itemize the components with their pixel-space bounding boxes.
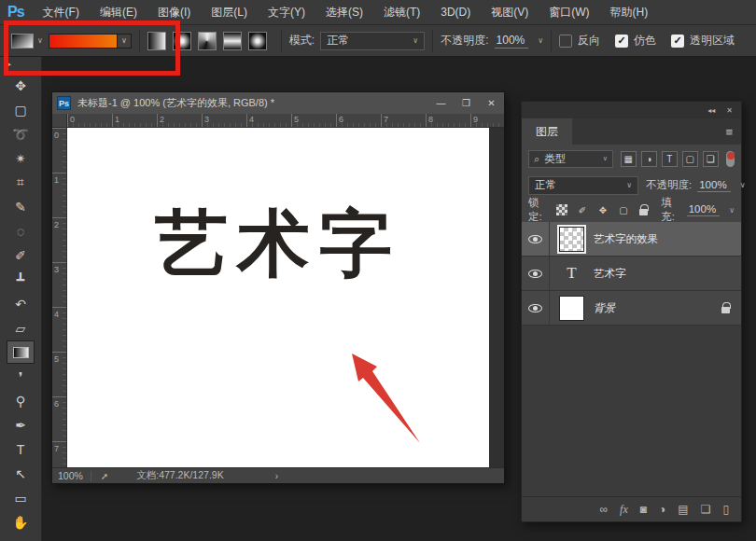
path-select-tool[interactable]: ↖ (7, 462, 35, 485)
reverse-checkbox[interactable] (559, 35, 572, 48)
menu-item-9[interactable]: 窗口(W) (539, 0, 599, 25)
gradient-type-diamond-button[interactable] (248, 32, 267, 50)
layer-effects-button[interactable]: fx (620, 503, 628, 517)
gradient-picker-chevron[interactable]: ∨ (118, 34, 132, 49)
fill-value[interactable]: 100% (687, 203, 720, 216)
export-icon[interactable]: ➚ (91, 471, 136, 481)
gradient-type-linear-button[interactable] (147, 32, 166, 50)
new-layer-button[interactable]: ❏ (701, 503, 711, 516)
opacity-value[interactable]: 100% (495, 34, 529, 49)
menu-item-2[interactable]: 图像(I) (147, 0, 201, 25)
menu-item-3[interactable]: 图层(L) (201, 0, 258, 25)
blur-tool[interactable]: ❜ (7, 365, 35, 388)
brush-tool[interactable]: ✐ (7, 243, 35, 267)
menu-item-0[interactable]: 文件(F) (33, 0, 90, 25)
menu-item-1[interactable]: 编辑(E) (90, 0, 147, 25)
menu-item-8[interactable]: 视图(V) (481, 0, 539, 25)
gradient-bar[interactable] (49, 34, 118, 49)
tab-layers[interactable]: 图层 (522, 118, 572, 145)
hand-tool[interactable]: ✋ (7, 510, 35, 534)
gradient-swatch-icon (13, 347, 29, 358)
panel-menu-icon[interactable]: ≡ (725, 125, 733, 139)
marquee-icon: ▢ (14, 103, 26, 118)
v-ruler-tick-7: 7 (54, 444, 59, 453)
lock-position-button[interactable]: ✥ (595, 203, 609, 217)
eraser-tool[interactable]: ▱ (7, 316, 35, 340)
pixel-layer-filter-icon[interactable]: ▦ (621, 151, 637, 167)
minimize-button[interactable]: — (428, 92, 454, 114)
move-tool[interactable]: ✥ (7, 74, 35, 97)
menu-item-6[interactable]: 滤镜(T) (373, 0, 430, 25)
shape-tool[interactable]: ▭ (7, 486, 35, 509)
gradient-type-reflected-button[interactable] (223, 32, 242, 50)
document-titlebar[interactable]: Ps 未标题-1 @ 100% (艺术字的效果, RGB/8) * —❐✕ (52, 92, 504, 114)
lock-all-button[interactable] (637, 203, 651, 217)
canvas[interactable]: 艺术字 (67, 128, 489, 469)
layers-panel: ◂◂ ✕ 图层 ≡ ⌕ 类型 ∨ ▦◑T▢❏ 正常 ∨ 不透明度: 100% ∨ (521, 101, 742, 522)
dither-checkbox[interactable]: ✓ (615, 35, 628, 48)
layer-group-button[interactable]: ▤ (678, 503, 688, 516)
transparency-checkbox[interactable]: ✓ (671, 35, 684, 48)
close-button[interactable]: ✕ (479, 92, 504, 114)
visibility-toggle[interactable] (522, 257, 550, 290)
link-layers-button[interactable]: ∞ (600, 503, 609, 516)
chevron-down-icon[interactable]: ∨ (37, 36, 43, 45)
lasso-tool[interactable]: ➰ (7, 122, 35, 146)
layer-row-2[interactable]: 背景 (522, 291, 741, 326)
clone-stamp-tool[interactable]: ┻ (7, 268, 35, 291)
mode-value: 正常 (327, 33, 349, 49)
pen-tool[interactable]: ✒ (7, 413, 35, 437)
lock-artboard-button[interactable]: ▢ (616, 203, 630, 217)
dodge-tool[interactable]: ⚲ (7, 389, 35, 412)
panel-close-icon[interactable]: ✕ (726, 106, 733, 115)
h-ruler-tick-9: 9 (473, 115, 478, 124)
magic-wand-tool[interactable]: ✴ (7, 146, 35, 170)
layer-thumbnail[interactable] (559, 227, 584, 252)
gradient-preset-thumbnail[interactable] (11, 34, 34, 49)
menu-item-4[interactable]: 文字(Y) (258, 0, 315, 25)
crop-tool[interactable]: ⌗ (7, 171, 35, 194)
layer-row-0[interactable]: 艺术字的效果 (522, 222, 741, 257)
smart-object-filter-icon[interactable]: ❏ (703, 151, 719, 167)
delete-layer-button[interactable]: ▯ (722, 503, 729, 516)
gradient-type-radial-button[interactable] (173, 32, 191, 50)
menu-item-7[interactable]: 3D(D) (430, 0, 481, 25)
chevron-down-icon[interactable]: ∨ (740, 181, 746, 189)
gradient-tool[interactable] (7, 340, 35, 364)
type-layer-filter-icon[interactable]: T (662, 151, 678, 167)
lock-image-pixels-button[interactable]: ✐ (575, 203, 589, 217)
panel-bottom-bar: ∞fx◙◑▤❏▯ (522, 496, 741, 521)
mode-dropdown[interactable]: 正常 ∨ (320, 32, 425, 50)
chevron-down-icon[interactable]: ∨ (729, 206, 735, 215)
marquee-tool[interactable]: ▢ (7, 98, 35, 121)
layer-thumbnail[interactable]: T (559, 261, 584, 286)
layer-thumbnail[interactable] (559, 296, 584, 321)
gradient-editor[interactable]: ∨ (49, 34, 132, 49)
menu-item-10[interactable]: 帮助(H) (600, 0, 659, 25)
filter-type-dropdown[interactable]: ⌕ 类型 ∨ (528, 150, 613, 168)
toolbar-collapse-icon[interactable]: ▸▸ (0, 57, 11, 74)
layer-mask-button[interactable]: ◙ (640, 503, 647, 516)
visibility-toggle[interactable] (522, 222, 550, 256)
gradient-type-angle-button[interactable] (198, 32, 217, 50)
lock-transparent-pixels-button[interactable] (554, 203, 568, 217)
type-tool[interactable]: T (7, 437, 35, 461)
panel-collapse-icon[interactable]: ◂◂ (707, 106, 715, 115)
options-checkboxes: 反向✓仿色✓透明区域 (559, 33, 749, 49)
history-brush-tool[interactable]: ↶ (7, 292, 35, 315)
healing-brush-tool[interactable]: ◌ (7, 219, 35, 243)
status-chevron-icon[interactable]: › (275, 471, 278, 481)
chevron-down-icon[interactable]: ∨ (538, 36, 543, 45)
panel-opacity-value[interactable]: 100% (697, 179, 730, 192)
zoom-level[interactable]: 100% (52, 470, 91, 481)
adjustment-layer-button[interactable]: ◑ (659, 503, 665, 516)
adjustment-layer-filter-icon[interactable]: ◑ (641, 151, 657, 167)
filter-toggle-switch[interactable] (726, 151, 735, 167)
shape-layer-filter-icon[interactable]: ▢ (682, 151, 698, 167)
menu-item-5[interactable]: 选择(S) (315, 0, 373, 25)
blend-mode-dropdown[interactable]: 正常 ∨ (528, 176, 638, 195)
layer-row-1[interactable]: T艺术字 (522, 257, 741, 291)
visibility-toggle[interactable] (522, 291, 550, 325)
eyedropper-tool[interactable]: ✎ (7, 195, 35, 218)
maximize-button[interactable]: ❐ (454, 92, 479, 114)
